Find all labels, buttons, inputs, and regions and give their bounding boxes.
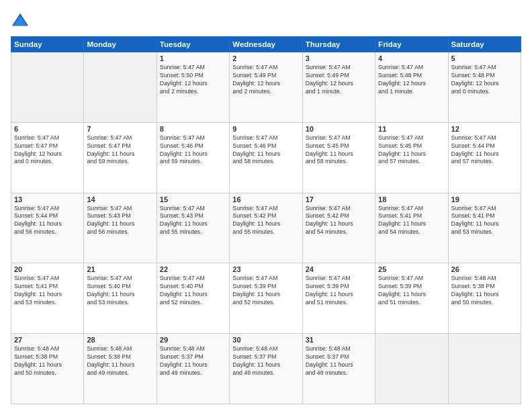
calendar-cell: 2Sunrise: 5:47 AM Sunset: 5:49 PM Daylig…	[230, 52, 302, 123]
day-info: Sunrise: 5:47 AM Sunset: 5:44 PM Dayligh…	[451, 134, 518, 167]
weekday-header-tuesday: Tuesday	[157, 37, 229, 52]
calendar-cell	[84, 52, 157, 123]
day-info: Sunrise: 5:47 AM Sunset: 5:39 PM Dayligh…	[378, 275, 445, 307]
calendar-cell: 27Sunrise: 5:48 AM Sunset: 5:38 PM Dayli…	[11, 334, 84, 404]
day-number: 1	[160, 54, 226, 62]
day-number: 25	[378, 265, 445, 273]
calendar-cell: 15Sunrise: 5:47 AM Sunset: 5:43 PM Dayli…	[157, 193, 229, 263]
calendar-cell: 17Sunrise: 5:47 AM Sunset: 5:42 PM Dayli…	[302, 193, 375, 263]
day-info: Sunrise: 5:48 AM Sunset: 5:38 PM Dayligh…	[14, 345, 81, 377]
day-number: 9	[232, 125, 299, 133]
day-number: 22	[160, 265, 226, 273]
calendar-cell: 20Sunrise: 5:47 AM Sunset: 5:41 PM Dayli…	[11, 263, 84, 334]
day-number: 23	[232, 265, 299, 273]
calendar-cell: 29Sunrise: 5:48 AM Sunset: 5:37 PM Dayli…	[157, 334, 229, 404]
calendar-cell: 30Sunrise: 5:48 AM Sunset: 5:37 PM Dayli…	[230, 334, 302, 404]
day-number: 5	[451, 54, 518, 62]
weekday-header-friday: Friday	[375, 37, 448, 52]
calendar-cell: 11Sunrise: 5:47 AM Sunset: 5:45 PM Dayli…	[375, 122, 448, 193]
calendar-cell: 3Sunrise: 5:47 AM Sunset: 5:49 PM Daylig…	[302, 52, 375, 123]
day-info: Sunrise: 5:47 AM Sunset: 5:50 PM Dayligh…	[160, 64, 226, 96]
day-info: Sunrise: 5:47 AM Sunset: 5:47 PM Dayligh…	[14, 134, 81, 167]
header	[11, 11, 521, 30]
calendar-cell: 23Sunrise: 5:47 AM Sunset: 5:39 PM Dayli…	[230, 263, 302, 334]
day-info: Sunrise: 5:47 AM Sunset: 5:42 PM Dayligh…	[306, 205, 372, 237]
day-info: Sunrise: 5:47 AM Sunset: 5:41 PM Dayligh…	[14, 275, 81, 307]
day-info: Sunrise: 5:47 AM Sunset: 5:41 PM Dayligh…	[378, 205, 445, 237]
day-number: 28	[87, 336, 153, 344]
day-info: Sunrise: 5:47 AM Sunset: 5:40 PM Dayligh…	[160, 275, 226, 307]
day-info: Sunrise: 5:47 AM Sunset: 5:41 PM Dayligh…	[451, 205, 518, 237]
day-info: Sunrise: 5:48 AM Sunset: 5:37 PM Dayligh…	[306, 345, 372, 377]
day-info: Sunrise: 5:48 AM Sunset: 5:37 PM Dayligh…	[160, 345, 226, 377]
day-number: 16	[232, 195, 299, 203]
calendar-cell: 16Sunrise: 5:47 AM Sunset: 5:42 PM Dayli…	[230, 193, 302, 263]
weekday-header-thursday: Thursday	[302, 37, 375, 52]
day-info: Sunrise: 5:47 AM Sunset: 5:45 PM Dayligh…	[306, 134, 372, 167]
calendar-cell: 13Sunrise: 5:47 AM Sunset: 5:44 PM Dayli…	[11, 193, 84, 263]
day-number: 17	[306, 195, 372, 203]
logo-icon	[11, 11, 30, 30]
calendar-cell: 5Sunrise: 5:47 AM Sunset: 5:48 PM Daylig…	[448, 52, 521, 123]
calendar-cell: 28Sunrise: 5:48 AM Sunset: 5:38 PM Dayli…	[84, 334, 157, 404]
day-info: Sunrise: 5:47 AM Sunset: 5:46 PM Dayligh…	[232, 134, 299, 167]
day-info: Sunrise: 5:47 AM Sunset: 5:49 PM Dayligh…	[232, 64, 299, 96]
day-number: 24	[306, 265, 372, 273]
calendar-cell: 1Sunrise: 5:47 AM Sunset: 5:50 PM Daylig…	[157, 52, 229, 123]
day-number: 30	[232, 336, 299, 344]
weekday-header-saturday: Saturday	[448, 37, 521, 52]
week-row-1: 1Sunrise: 5:47 AM Sunset: 5:50 PM Daylig…	[11, 52, 521, 123]
calendar-cell: 9Sunrise: 5:47 AM Sunset: 5:46 PM Daylig…	[230, 122, 302, 193]
day-info: Sunrise: 5:47 AM Sunset: 5:43 PM Dayligh…	[160, 205, 226, 237]
day-number: 31	[306, 336, 372, 344]
day-info: Sunrise: 5:47 AM Sunset: 5:44 PM Dayligh…	[14, 205, 81, 237]
calendar-cell: 22Sunrise: 5:47 AM Sunset: 5:40 PM Dayli…	[157, 263, 229, 334]
calendar-cell: 31Sunrise: 5:48 AM Sunset: 5:37 PM Dayli…	[302, 334, 375, 404]
day-number: 29	[160, 336, 226, 344]
day-number: 26	[451, 265, 518, 273]
calendar-cell: 18Sunrise: 5:47 AM Sunset: 5:41 PM Dayli…	[375, 193, 448, 263]
day-number: 14	[87, 195, 153, 203]
calendar-cell: 25Sunrise: 5:47 AM Sunset: 5:39 PM Dayli…	[375, 263, 448, 334]
calendar-cell: 14Sunrise: 5:47 AM Sunset: 5:43 PM Dayli…	[84, 193, 157, 263]
day-info: Sunrise: 5:47 AM Sunset: 5:48 PM Dayligh…	[451, 64, 518, 96]
calendar-cell: 7Sunrise: 5:47 AM Sunset: 5:47 PM Daylig…	[84, 122, 157, 193]
day-info: Sunrise: 5:47 AM Sunset: 5:43 PM Dayligh…	[87, 205, 153, 237]
weekday-header-wednesday: Wednesday	[230, 37, 302, 52]
week-row-5: 27Sunrise: 5:48 AM Sunset: 5:38 PM Dayli…	[11, 334, 521, 404]
weekday-header-sunday: Sunday	[11, 37, 84, 52]
weekday-header-monday: Monday	[84, 37, 157, 52]
day-info: Sunrise: 5:47 AM Sunset: 5:46 PM Dayligh…	[160, 134, 226, 167]
day-number: 4	[378, 54, 445, 62]
day-number: 7	[87, 125, 153, 133]
day-number: 11	[378, 125, 445, 133]
day-info: Sunrise: 5:47 AM Sunset: 5:40 PM Dayligh…	[87, 275, 153, 307]
day-info: Sunrise: 5:47 AM Sunset: 5:48 PM Dayligh…	[378, 64, 445, 96]
day-number: 18	[378, 195, 445, 203]
page: SundayMondayTuesdayWednesdayThursdayFrid…	[0, 0, 532, 411]
calendar-cell: 26Sunrise: 5:48 AM Sunset: 5:38 PM Dayli…	[448, 263, 521, 334]
day-number: 21	[87, 265, 153, 273]
day-number: 27	[14, 336, 81, 344]
weekday-header-row: SundayMondayTuesdayWednesdayThursdayFrid…	[11, 37, 521, 52]
week-row-3: 13Sunrise: 5:47 AM Sunset: 5:44 PM Dayli…	[11, 193, 521, 263]
calendar: SundayMondayTuesdayWednesdayThursdayFrid…	[11, 36, 521, 404]
calendar-cell: 24Sunrise: 5:47 AM Sunset: 5:39 PM Dayli…	[302, 263, 375, 334]
day-info: Sunrise: 5:47 AM Sunset: 5:39 PM Dayligh…	[306, 275, 372, 307]
day-info: Sunrise: 5:47 AM Sunset: 5:49 PM Dayligh…	[306, 64, 372, 96]
day-info: Sunrise: 5:47 AM Sunset: 5:47 PM Dayligh…	[87, 134, 153, 167]
week-row-2: 6Sunrise: 5:47 AM Sunset: 5:47 PM Daylig…	[11, 122, 521, 193]
day-number: 20	[14, 265, 81, 273]
calendar-cell: 21Sunrise: 5:47 AM Sunset: 5:40 PM Dayli…	[84, 263, 157, 334]
logo	[11, 11, 31, 30]
day-info: Sunrise: 5:47 AM Sunset: 5:42 PM Dayligh…	[232, 205, 299, 237]
calendar-cell	[375, 334, 448, 404]
day-number: 15	[160, 195, 226, 203]
day-number: 12	[451, 125, 518, 133]
calendar-body: 1Sunrise: 5:47 AM Sunset: 5:50 PM Daylig…	[11, 52, 521, 404]
day-number: 3	[306, 54, 372, 62]
day-number: 10	[306, 125, 372, 133]
calendar-cell	[11, 52, 84, 123]
calendar-cell: 19Sunrise: 5:47 AM Sunset: 5:41 PM Dayli…	[448, 193, 521, 263]
calendar-cell: 6Sunrise: 5:47 AM Sunset: 5:47 PM Daylig…	[11, 122, 84, 193]
